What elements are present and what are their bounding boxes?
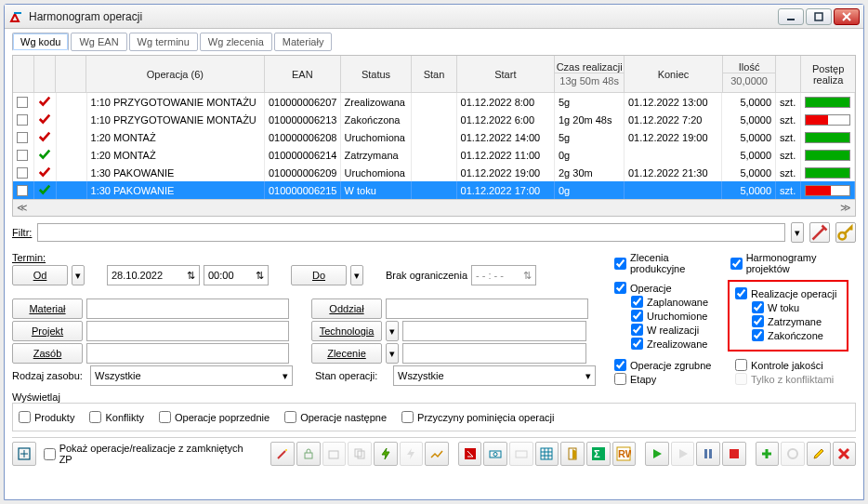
row-checkbox[interactable] xyxy=(17,185,28,196)
chk-produkty[interactable] xyxy=(19,411,31,423)
filter-input[interactable] xyxy=(37,223,785,242)
tab-wg-terminu[interactable]: Wg terminu xyxy=(129,33,198,51)
zasob-button[interactable]: Zasób xyxy=(12,343,83,364)
stop-icon[interactable] xyxy=(722,442,746,466)
col-czas[interactable]: Czas realizacji xyxy=(555,61,624,73)
zlecenie-dropdown[interactable]: ▾ xyxy=(386,343,399,364)
zlecenie-input[interactable] xyxy=(402,343,586,364)
edit-icon[interactable] xyxy=(807,442,831,466)
sigma-icon[interactable]: Σ xyxy=(586,442,611,466)
tab-wg-ean[interactable]: Wg EAN xyxy=(71,33,126,51)
filter-key-button[interactable] xyxy=(835,222,856,243)
horizontal-scrollbar[interactable]: ≪ ≫ xyxy=(13,199,855,216)
tab-wg-kodu[interactable]: Wg kodu xyxy=(12,33,69,51)
filter-dropdown[interactable]: ▾ xyxy=(791,222,804,243)
zlecenie-button[interactable]: Zlecenie xyxy=(311,343,382,364)
lock-icon[interactable] xyxy=(296,442,321,466)
col-operacja[interactable]: Operacja (6) xyxy=(86,69,264,80)
do-button[interactable]: Do xyxy=(291,265,347,285)
rodzaj-combo[interactable]: Wszystkie▾ xyxy=(90,365,293,386)
rw-icon[interactable]: RW xyxy=(612,442,637,466)
table-row[interactable]: 1:20 MONTAŻ010000006214Zatrzymana01.12.2… xyxy=(13,146,855,164)
money2-icon[interactable] xyxy=(509,442,533,466)
chk-w-toku[interactable] xyxy=(752,301,764,313)
pause-icon[interactable] xyxy=(696,442,720,466)
zasob-input[interactable] xyxy=(86,343,289,364)
chk-etapy[interactable] xyxy=(614,373,626,385)
chk-pokaz-zamkniete[interactable] xyxy=(44,448,56,460)
oddzial-input[interactable] xyxy=(386,298,588,319)
col-status[interactable]: Status xyxy=(341,69,412,80)
play-icon[interactable] xyxy=(645,442,669,466)
tab-materialy[interactable]: Materiały xyxy=(274,33,333,51)
col-ean[interactable]: EAN xyxy=(265,69,340,80)
material-button[interactable]: Materiał xyxy=(12,298,83,319)
material-input[interactable] xyxy=(86,298,289,319)
chk-operacje-zgrubne[interactable] xyxy=(614,359,626,371)
do-dropdown[interactable]: ▾ xyxy=(350,265,363,285)
bolt2-icon[interactable] xyxy=(400,442,424,466)
chk-harmonogramy-projektow[interactable] xyxy=(730,258,743,270)
col-koniec[interactable]: Koniec xyxy=(625,69,722,80)
tab-wg-zlecenia[interactable]: Wg zlecenia xyxy=(200,33,272,51)
table-row[interactable]: 1:30 PAKOWANIE010000006215W toku01.12.20… xyxy=(13,181,855,199)
grid-icon[interactable] xyxy=(535,442,559,466)
table-row[interactable]: 1:20 MONTAŻ010000006208Uruchomiona01.12.… xyxy=(13,128,855,146)
bolt-icon[interactable] xyxy=(374,442,398,466)
table-row[interactable]: 1:10 PRZYGOTOWANIE MONTAŻU010000006207Zr… xyxy=(13,93,855,111)
close-button[interactable] xyxy=(834,8,860,25)
money-icon[interactable] xyxy=(483,442,507,466)
minimize-button[interactable] xyxy=(778,8,804,25)
row-checkbox[interactable] xyxy=(17,97,28,108)
od-dropdown[interactable]: ▾ xyxy=(72,265,85,285)
col-ilosc[interactable]: Ilość xyxy=(723,61,776,73)
date-from-input[interactable]: 28.10.2022⇅ xyxy=(107,265,200,285)
scroll-right-icon[interactable]: ≫ xyxy=(840,202,851,214)
od-button[interactable]: Od xyxy=(12,265,68,285)
add-icon[interactable] xyxy=(756,442,780,466)
stan-combo[interactable]: Wszystkie▾ xyxy=(393,365,596,386)
chk-w-realizacji[interactable] xyxy=(631,324,643,336)
projekt-input[interactable] xyxy=(86,321,289,341)
chk-przyczyny-pominiecia[interactable] xyxy=(401,411,414,423)
door-icon[interactable] xyxy=(560,442,585,466)
chk-zrealizowane[interactable] xyxy=(631,338,643,350)
chk-operacje[interactable] xyxy=(614,282,626,294)
chk-zakonczone[interactable] xyxy=(752,329,764,341)
col-stan[interactable]: Stan xyxy=(412,69,455,80)
technologia-input[interactable] xyxy=(402,321,586,341)
chk-zaplanowane[interactable] xyxy=(631,296,643,308)
col-start[interactable]: Start xyxy=(457,69,555,80)
col-postep[interactable]: Postęp realiza xyxy=(801,63,855,86)
play2-icon[interactable] xyxy=(671,442,695,466)
time-from-input[interactable]: 00:00⇅ xyxy=(204,265,269,285)
row-checkbox[interactable] xyxy=(17,132,28,143)
table-row[interactable]: 1:30 PAKOWANIE010000006209Uruchomiona01.… xyxy=(13,164,855,181)
row-checkbox[interactable] xyxy=(17,150,28,161)
chk-uruchomione[interactable] xyxy=(631,310,643,322)
chk-operacje-nastepne[interactable] xyxy=(284,411,296,423)
flag-icon[interactable] xyxy=(458,442,482,466)
chk-zlecenia-produkcyjne[interactable] xyxy=(614,258,626,270)
chart-up-icon[interactable] xyxy=(425,442,449,466)
expand-icon[interactable] xyxy=(12,442,36,466)
technologia-dropdown[interactable]: ▾ xyxy=(386,321,399,341)
wand-icon[interactable] xyxy=(270,442,295,466)
table-row[interactable]: 1:10 PRZYGOTOWANIE MONTAŻU010000006213Za… xyxy=(13,111,855,128)
chk-konflikty[interactable] xyxy=(89,411,101,423)
filter-wand-button[interactable] xyxy=(809,222,830,243)
chk-operacje-poprzednie[interactable] xyxy=(159,411,171,423)
time-to-input[interactable]: - - : - -⇅ xyxy=(471,265,536,285)
pick-icon[interactable] xyxy=(322,442,347,466)
delete-icon[interactable] xyxy=(833,442,857,466)
row-checkbox[interactable] xyxy=(17,114,28,126)
technologia-button[interactable]: Technologia xyxy=(311,321,382,341)
chk-kontrole-jakosci[interactable] xyxy=(735,359,747,371)
copy-icon[interactable] xyxy=(348,442,372,466)
oddzial-button[interactable]: Oddział xyxy=(311,298,382,319)
circle-icon[interactable] xyxy=(781,442,805,466)
chk-realizacje-operacji[interactable] xyxy=(735,287,747,299)
projekt-button[interactable]: Projekt xyxy=(12,321,83,341)
scroll-left-icon[interactable]: ≪ xyxy=(17,202,28,214)
row-checkbox[interactable] xyxy=(17,167,28,179)
